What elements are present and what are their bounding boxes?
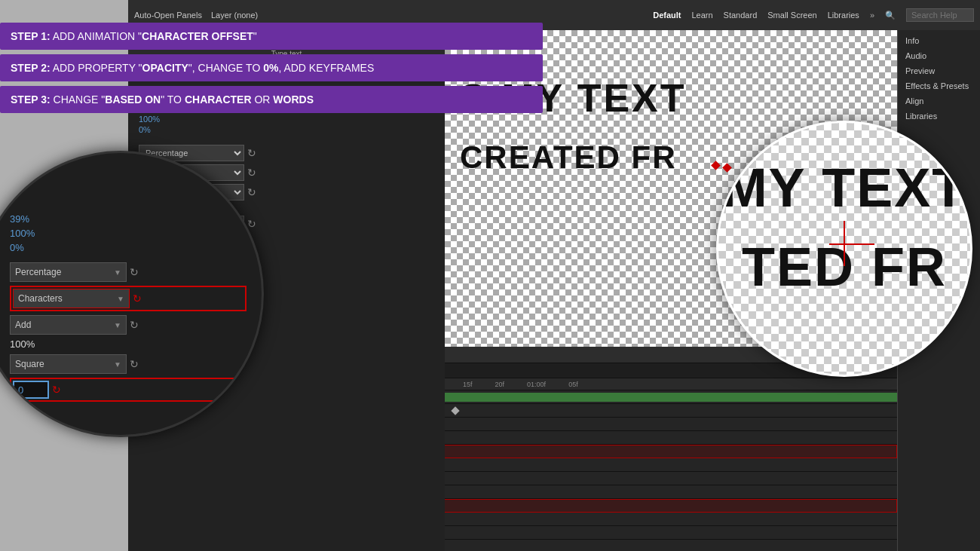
step1-text: STEP 1: ADD ANIMATION "CHARACTER OFFSET" — [11, 30, 257, 42]
cycle-icon-1[interactable]: ↻ — [247, 147, 256, 159]
ruler-mark-20: 20f — [495, 381, 505, 388]
ruler-mark-05: 05f — [568, 381, 578, 388]
step-banner-1: STEP 1: ADD ANIMATION "CHARACTER OFFSET" — [0, 23, 543, 50]
zoom-100-val: 100% — [10, 338, 247, 350]
panel-item-align[interactable]: Align — [898, 93, 980, 109]
chevron-4: ▼ — [114, 360, 121, 369]
workspace-small[interactable]: Small Screen — [767, 11, 816, 20]
step-banners: STEP 1: ADD ANIMATION "CHARACTER OFFSET"… — [0, 23, 543, 118]
panel-item-effects[interactable]: Effects & Presets — [898, 78, 980, 93]
workspace-learn[interactable]: Learn — [691, 11, 712, 20]
workspace-default[interactable]: Default — [653, 11, 681, 20]
workspace-libraries[interactable]: Libraries — [828, 11, 859, 20]
zoom-cycle-4: ↻ — [130, 358, 139, 370]
zoom-val-39: 39% — [10, 213, 247, 225]
panel-item-libraries[interactable]: Libraries — [898, 109, 980, 124]
workspace-standard[interactable]: Standard — [724, 11, 758, 20]
panel-item-preview[interactable]: Preview — [898, 63, 980, 78]
workspace-switcher: Default Learn Standard Small Screen Libr… — [653, 8, 974, 22]
zoom-dd-label-4: Square — [15, 359, 44, 369]
chevron-3: ▼ — [114, 321, 121, 329]
zoom-dd-label-3: Add — [15, 320, 31, 330]
zoom-smoothness-row: 0 ↻ — [10, 378, 247, 402]
keyframe-diamond — [451, 406, 459, 415]
zoom-units-row: Percentage ▼ ↻ — [10, 262, 247, 282]
zoom-smoothness-input: 0 — [13, 381, 49, 399]
zoom-val-100: 100% — [10, 228, 247, 239]
zoom-text-line1: MY TEXT — [718, 161, 970, 215]
zoom-characters-dd: Characters ▼ — [13, 289, 130, 308]
zoom-panel-content: 39% 100% 0% Percentage ▼ ↻ Characters ▼ … — [10, 213, 247, 406]
zoom-square-dd: Square ▼ — [10, 354, 127, 374]
cursor-horizontal — [829, 243, 874, 245]
search-input[interactable] — [906, 8, 974, 22]
panel-item-audio[interactable]: Audio — [898, 48, 980, 63]
zoom-add-dd: Add ▼ — [10, 315, 127, 335]
zoom-percentage-dd: Percentage ▼ — [10, 262, 127, 282]
layer-none: Layer (none) — [211, 11, 258, 20]
zoom-cycle-3: ↻ — [130, 319, 139, 331]
chevron-2: ▼ — [117, 295, 124, 303]
zoom-dd-label-2: Characters — [18, 293, 63, 304]
step3-text: STEP 3: CHANGE "BASED ON" TO CHARACTER O… — [11, 93, 314, 106]
cycle-icon-2[interactable]: ↻ — [247, 167, 256, 179]
zoom-cycle-1: ↻ — [130, 266, 139, 278]
panel-item-info[interactable]: Info — [898, 33, 980, 48]
zoom-cycle-2: ↻ — [133, 292, 142, 305]
search-icon: 🔍 — [885, 11, 896, 20]
step2-text: STEP 2: ADD PROPERTY "OPACITY", CHANGE T… — [11, 62, 374, 74]
more-workspaces-icon[interactable]: » — [870, 11, 874, 20]
zoom-val-0: 0% — [10, 242, 247, 253]
zoom-cycle-5: ↻ — [52, 384, 61, 396]
step-banner-2: STEP 2: ADD PROPERTY "OPACITY", CHANGE T… — [0, 54, 543, 81]
cycle-icon-3[interactable]: ↻ — [247, 186, 256, 198]
preview-text-line2: CREATED FR — [460, 139, 677, 176]
zoom-circle-top: MY TEXT TED FR — [716, 121, 972, 377]
zoom-square-row: Square ▼ ↻ — [10, 354, 247, 374]
prop-0pct: 0% — [139, 125, 434, 134]
zoom-add-row: Add ▼ ↻ — [10, 315, 247, 335]
step-banner-3: STEP 3: CHANGE "BASED ON" TO CHARACTER O… — [0, 86, 543, 113]
zoom-based-on-row: Characters ▼ ↻ — [10, 286, 247, 311]
zoom-dd-label-1: Percentage — [15, 267, 61, 277]
chevron-1: ▼ — [114, 268, 121, 277]
cycle-icon-4[interactable]: ↻ — [247, 218, 256, 230]
ruler-mark-15: 15f — [463, 381, 473, 388]
ruler-mark-01: 01:00f — [527, 381, 546, 388]
auto-open-panels[interactable]: Auto-Open Panels — [134, 11, 202, 20]
